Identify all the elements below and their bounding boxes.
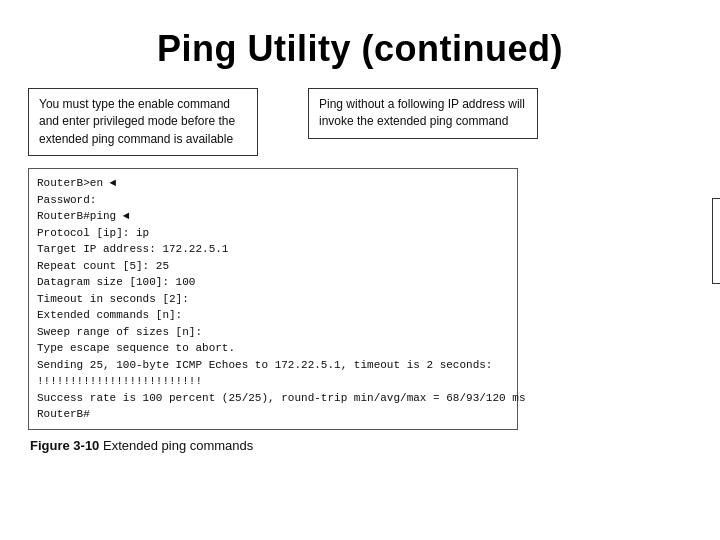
page-title: Ping Utility (continued) [0, 0, 720, 88]
terminal-box: RouterB>en ◄Password:RouterB#ping ◄Proto… [28, 168, 518, 430]
terminal-line: Type escape sequence to abort. [37, 340, 509, 357]
right-annotation-text: Ping without a following IP address will… [319, 97, 525, 128]
terminal-line: Success rate is 100 percent (25/25), rou… [37, 390, 509, 407]
left-annotation-box: You must type the enable command and ent… [28, 88, 258, 156]
terminal-line: Sweep range of sizes [n]: [37, 324, 509, 341]
terminal-line: Sending 25, 100-byte ICMP Echoes to 172.… [37, 357, 509, 374]
figure-description: Extended ping commands [103, 438, 253, 453]
terminal-line: Protocol [ip]: ip [37, 225, 509, 242]
right-callout-box: You can specify the exact number and siz… [712, 198, 720, 284]
terminal-line: RouterB# [37, 406, 509, 423]
terminal-line: Extended commands [n]: [37, 307, 509, 324]
right-annotation-box: Ping without a following IP address will… [308, 88, 538, 139]
terminal-line: !!!!!!!!!!!!!!!!!!!!!!!!! [37, 373, 509, 390]
left-annotation-text: You must type the enable command and ent… [39, 97, 235, 146]
figure-caption: Figure 3-10 Extended ping commands [30, 438, 692, 453]
figure-label: Figure 3-10 [30, 438, 99, 453]
terminal-line: Timeout in seconds [2]: [37, 291, 509, 308]
terminal-line: Target IP address: 172.22.5.1 [37, 241, 509, 258]
terminal-line: Repeat count [5]: 25 [37, 258, 509, 275]
terminal-line: Password: [37, 192, 509, 209]
terminal-line: Datagram size [100]: 100 [37, 274, 509, 291]
terminal-line: RouterB#ping ◄ [37, 208, 509, 225]
terminal-line: RouterB>en ◄ [37, 175, 509, 192]
